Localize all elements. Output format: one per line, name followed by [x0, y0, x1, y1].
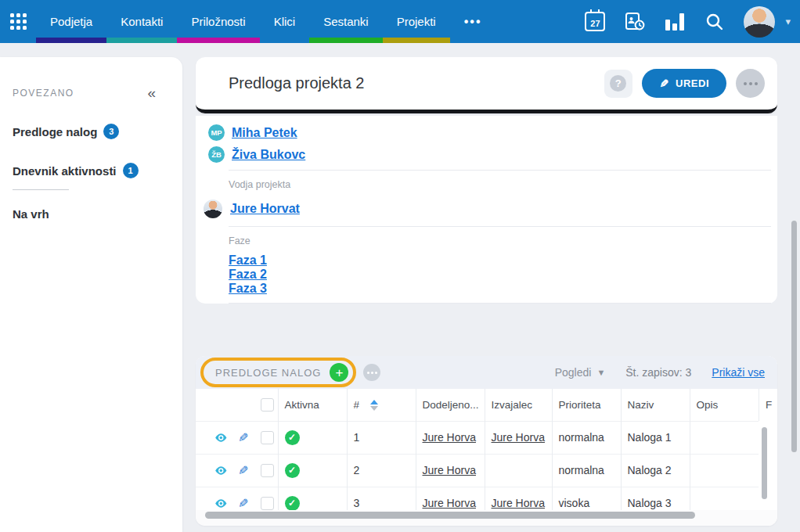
nav-item-sestanki[interactable]: Sestanki — [309, 0, 383, 43]
nav-underline — [383, 38, 450, 43]
chevron-down-icon[interactable]: ▾ — [785, 16, 791, 27]
count-badge: 1 — [123, 163, 139, 178]
header-aktivna[interactable]: Aktivna — [278, 389, 347, 421]
horizontal-scrollbar-thumb[interactable] — [205, 512, 695, 519]
cell-num: 2 — [347, 454, 416, 487]
avatar-initials: MP — [208, 124, 225, 141]
activity-log-button[interactable] — [624, 11, 646, 33]
app-launcher-icon[interactable] — [0, 0, 36, 43]
nav-underline — [260, 38, 310, 43]
grid-icon — [10, 13, 27, 30]
reports-button[interactable] — [664, 11, 686, 33]
header-checkbox-col — [254, 389, 278, 421]
record-more-button[interactable] — [736, 69, 765, 98]
add-task-button[interactable]: + — [330, 363, 348, 382]
leader-link[interactable]: Jure Horvat — [230, 202, 300, 216]
assigned-link[interactable]: Jure Horva — [423, 497, 476, 509]
cell-priority: normalna — [552, 421, 621, 454]
header-izvajalec[interactable]: Izvajalec — [485, 389, 552, 421]
tasks-more-button[interactable] — [363, 364, 380, 381]
search-button[interactable] — [704, 11, 726, 33]
cell-desc — [690, 454, 759, 487]
sidebar-item-dnevnik-aktivnosti[interactable]: Dnevnik aktivnosti 1 — [13, 163, 170, 178]
header-naziv[interactable]: Naziv — [621, 389, 690, 421]
cell-desc — [690, 421, 759, 454]
views-dropdown[interactable]: Pogledi ▼ — [555, 366, 606, 379]
tasks-toolbar: PREDLOGE NALOG + Pogledi ▼ Št. zapisov: … — [196, 356, 777, 389]
avatar-initials: ŽB — [208, 146, 225, 163]
member-row: MP Miha Petek — [229, 123, 771, 142]
nav-item-klici[interactable]: Klici — [260, 0, 310, 43]
active-check-icon: ✓ — [285, 496, 300, 511]
edit-button-label: UREDI — [676, 77, 709, 89]
page-vertical-scrollbar-thumb[interactable] — [791, 221, 797, 452]
nav-underline — [309, 38, 383, 43]
bar-chart-icon — [665, 13, 684, 31]
member-link[interactable]: Miha Petek — [232, 126, 297, 140]
view-icon[interactable] — [214, 497, 228, 510]
nav-more-button[interactable]: ••• — [450, 0, 496, 43]
sidebar-item-na-vrh[interactable]: Na vrh — [13, 207, 170, 221]
active-check-icon: ✓ — [285, 463, 300, 478]
count-badge: 3 — [103, 124, 119, 139]
row-checkbox[interactable] — [261, 464, 274, 477]
leader-avatar — [204, 200, 222, 218]
view-icon[interactable] — [214, 431, 228, 444]
sort-icons[interactable] — [370, 400, 378, 411]
edit-button[interactable]: ✎ UREDI — [642, 69, 726, 98]
collapse-sidebar-icon[interactable]: « — [147, 85, 170, 100]
pencil-icon: ✎ — [659, 77, 668, 90]
edit-row-icon[interactable]: ✎ — [238, 496, 248, 511]
header-dodeljeno[interactable]: Dodeljeno... — [416, 389, 485, 421]
assigned-link[interactable]: Jure Horva — [423, 431, 476, 444]
sidebar-item-predloge-nalog[interactable]: Predloge nalog 3 — [13, 124, 170, 139]
cell-name: Naloga 1 — [621, 421, 690, 454]
member-link[interactable]: Živa Bukovc — [232, 148, 305, 162]
assigned-link[interactable]: Jure Horva — [423, 464, 476, 476]
records-count: Št. zapisov: 3 — [625, 366, 691, 379]
nav-item-label: Priložnosti — [191, 15, 245, 28]
book-clock-icon — [624, 12, 646, 32]
calendar-day: 27 — [590, 17, 600, 30]
nav-item-projekti[interactable]: Projekti — [383, 0, 450, 43]
divider — [229, 170, 771, 171]
edit-row-icon[interactable]: ✎ — [238, 463, 248, 478]
sort-asc-icon[interactable] — [370, 400, 378, 404]
phase-list: Faza 1 Faza 2 Faza 3 — [229, 253, 771, 296]
phase-link[interactable]: Faza 1 — [229, 253, 771, 268]
more-dots-icon: ••• — [464, 15, 482, 29]
sort-desc-icon[interactable] — [370, 406, 378, 411]
select-all-checkbox[interactable] — [261, 398, 274, 412]
related-sidebar: POVEZANO « Predloge nalog 3 Dnevnik akti… — [0, 57, 182, 532]
search-icon — [705, 13, 724, 31]
nav-underline — [106, 38, 177, 43]
row-checkbox[interactable] — [261, 497, 274, 510]
executor-link[interactable]: Jure Horva — [492, 431, 545, 444]
header-prioriteta[interactable]: Prioriteta — [552, 389, 621, 421]
phase-link[interactable]: Faza 3 — [229, 282, 771, 296]
nav-item-label: Sestanki — [323, 15, 369, 28]
row-checkbox[interactable] — [261, 431, 274, 444]
record-detail-card: MP Miha Petek ŽB Živa Bukovc Vodja proje… — [196, 116, 777, 304]
header-opis[interactable]: Opis — [690, 389, 759, 421]
user-avatar[interactable] — [744, 6, 775, 38]
nav-item-label: Kontakti — [121, 15, 163, 28]
phase-link[interactable]: Faza 2 — [229, 268, 771, 282]
header-num[interactable]: # — [347, 389, 416, 421]
active-check-icon: ✓ — [285, 430, 300, 445]
nav-item-label: Projekti — [397, 15, 436, 28]
table-vertical-scrollbar-thumb[interactable] — [762, 427, 767, 499]
help-button[interactable]: ? — [604, 70, 632, 98]
executor-link[interactable]: Jure Horva — [492, 497, 545, 509]
nav-item-podjetja[interactable]: Podjetja — [36, 0, 106, 43]
calendar-button[interactable]: 27 — [584, 11, 606, 33]
view-icon[interactable] — [214, 464, 228, 477]
header-f-clipped[interactable]: F — [759, 389, 777, 421]
cell-executor — [485, 454, 552, 487]
nav-item-priloznosti[interactable]: Priložnosti — [177, 0, 259, 43]
show-all-link[interactable]: Prikaži vse — [712, 366, 765, 379]
plus-icon: + — [335, 366, 343, 379]
member-row: ŽB Živa Bukovc — [229, 145, 771, 164]
nav-item-kontakti[interactable]: Kontakti — [106, 0, 177, 43]
edit-row-icon[interactable]: ✎ — [238, 430, 248, 445]
